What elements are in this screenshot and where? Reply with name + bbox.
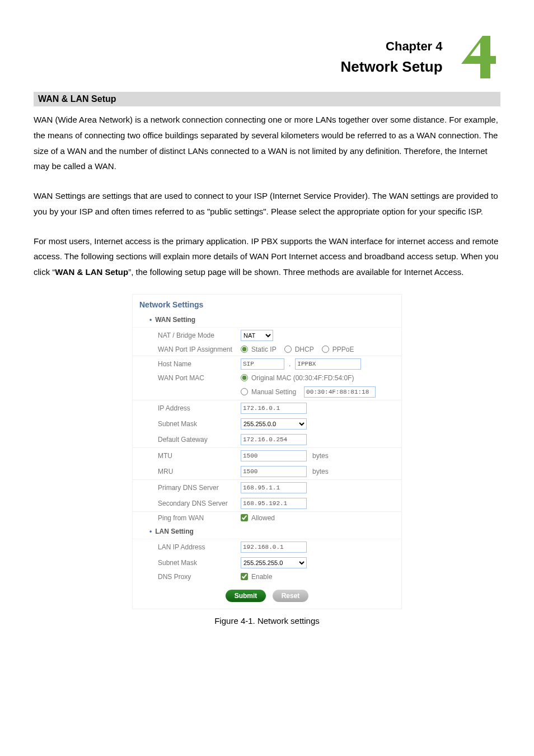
dns-proxy-checkbox[interactable] [241,573,248,580]
radio-mac-original-label: Original MAC (00:30:4F:FD:54:0F) [251,374,354,382]
radio-mac-original[interactable] [241,374,248,381]
dns-proxy-label: Enable [251,573,272,581]
radio-static-ip-label: Static IP [251,346,277,353]
reset-button[interactable]: Reset [273,590,309,602]
chapter-number: Chapter 4 [341,39,443,54]
lan-subnet-select[interactable]: 255.255.255.0 [241,557,307,568]
lan-section-heading: •LAN Setting [133,524,401,539]
chapter-title: Network Setup [341,58,443,76]
label-nat-bridge: NAT / Bridge Mode [158,332,241,339]
label-lan-subnet: Subnet Mask [158,559,241,567]
figure-caption: Figure 4-1. Network settings [34,616,500,626]
label-wan-mac: WAN Port MAC [158,374,241,382]
dns2-input[interactable] [241,498,307,509]
host-dot: . [289,360,291,368]
label-mtu: MTU [158,452,241,460]
network-settings-panel: Network Settings •WAN Setting NAT / Brid… [132,294,402,609]
paragraph-1: WAN (Wide Area Network) is a network con… [34,112,500,174]
radio-dhcp-label: DHCP [295,346,314,353]
radio-static-ip[interactable] [241,346,248,353]
ping-checkbox[interactable] [241,514,248,521]
wan-section-heading: •WAN Setting [133,312,401,328]
label-wan-assignment: WAN Port IP Assignment [158,346,241,353]
ip-input[interactable] [241,403,307,414]
lan-heading-text: LAN Setting [155,528,194,535]
radio-pppoe-label: PPPoE [332,346,354,353]
label-lan-ip: LAN IP Address [158,543,241,551]
ping-label: Allowed [251,514,275,522]
mru-unit: bytes [312,468,329,475]
chapter-header: Chapter 4 Network Setup [34,34,500,81]
label-ping: Ping from WAN [158,514,241,522]
dns1-input[interactable] [241,482,307,493]
chapter-number-graphic [453,34,500,81]
radio-mac-manual-label: Manual Setting [251,388,296,396]
label-subnet: Subnet Mask [158,420,241,428]
bullet-icon: • [149,316,152,324]
label-mru: MRU [158,468,241,475]
label-gateway: Default Gateway [158,436,241,444]
section-title: WAN & LAN Setup [34,92,500,106]
nat-bridge-select[interactable]: NAT [241,330,273,341]
gateway-input[interactable] [241,434,307,445]
label-dns1: Primary DNS Server [158,484,241,492]
para3-bold: WAN & LAN Setup [55,267,128,277]
host-input-a[interactable] [241,358,284,370]
paragraph-3: For most users, Internet access is the p… [34,234,500,280]
mru-input[interactable] [241,466,307,477]
paragraph-2: WAN Settings are settings that are used … [34,188,500,220]
label-dns-proxy: DNS Proxy [158,573,241,581]
panel-title: Network Settings [133,295,401,312]
radio-mac-manual[interactable] [241,388,248,395]
radio-dhcp[interactable] [284,346,292,353]
label-host-name: Host Name [158,360,241,368]
mtu-input[interactable] [241,450,307,461]
bullet-icon: • [149,528,152,535]
host-input-b[interactable] [295,358,361,370]
mtu-unit: bytes [312,452,329,460]
para3-post: ”, the following setup page will be show… [128,267,463,277]
submit-button[interactable]: Submit [226,590,266,602]
radio-pppoe[interactable] [322,346,329,353]
label-dns2: Secondary DNS Server [158,500,241,507]
label-ip-address: IP Address [158,404,241,412]
lan-ip-input[interactable] [241,542,307,553]
mac-manual-input[interactable] [304,386,376,398]
wan-heading-text: WAN Setting [155,316,195,324]
subnet-select[interactable]: 255.255.0.0 [241,418,307,430]
